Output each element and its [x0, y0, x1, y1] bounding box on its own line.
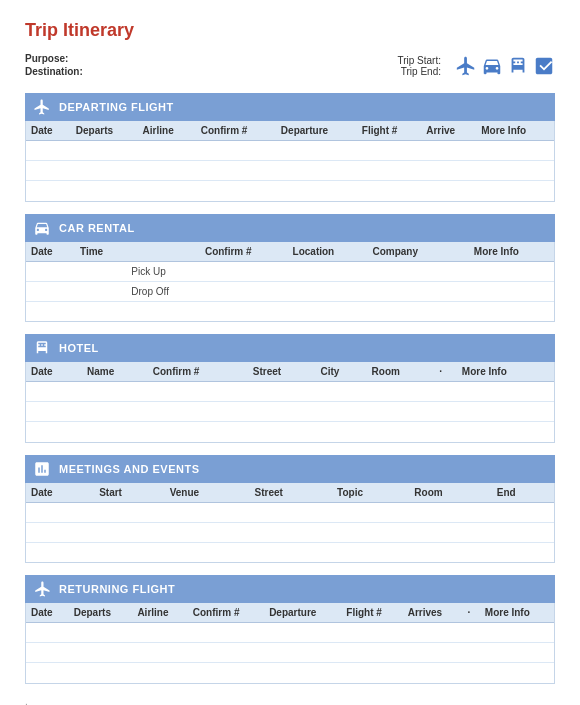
- returning-flight-title: RETURNING FLIGHT: [59, 583, 175, 595]
- meta-left: Purpose: Destination:: [25, 53, 83, 79]
- car-rental-header: CAR RENTAL: [25, 214, 555, 242]
- col-room: Room: [409, 483, 491, 503]
- table-row: [26, 663, 554, 683]
- returning-flight-table: Date Departs Airline Confirm # Departure…: [26, 603, 554, 683]
- col-airline: Airline: [138, 121, 196, 141]
- col-arrive: Arrive: [421, 121, 476, 141]
- departing-flight-header: DEPARTING FLIGHT: [25, 93, 555, 121]
- table-row: [26, 502, 554, 522]
- pick-up-label: Pick Up: [126, 261, 200, 281]
- col-confirm: Confirm #: [188, 603, 264, 623]
- car-rental-table-container: Date Time Confirm # Location Company Mor…: [25, 242, 555, 323]
- col-empty: [126, 242, 200, 262]
- meetings-icon: [33, 460, 51, 478]
- col-dot: ·: [434, 362, 457, 382]
- table-row: [26, 382, 554, 402]
- col-dot: ·: [463, 603, 480, 623]
- col-departs: Departs: [71, 121, 138, 141]
- header-icons: [455, 55, 555, 77]
- col-flight: Flight #: [341, 603, 402, 623]
- departing-flight-table: Date Departs Airline Confirm # Departure…: [26, 121, 554, 201]
- meta-right: Trip Start: Trip End:: [397, 55, 555, 77]
- hotel-table-container: Date Name Confirm # Street City Room · M…: [25, 362, 555, 443]
- col-name: Name: [82, 362, 148, 382]
- col-more-info: More Info: [469, 242, 554, 262]
- meetings-header-icon: [533, 55, 555, 77]
- col-airline: Airline: [132, 603, 187, 623]
- car-rental-icon: [33, 219, 51, 237]
- col-date: Date: [26, 483, 94, 503]
- hotel-header-icon: [507, 55, 529, 77]
- col-departure: Departure: [276, 121, 357, 141]
- col-room: Room: [367, 362, 435, 382]
- col-start: Start: [94, 483, 165, 503]
- meetings-table: Date Start Venue Street Topic Room End: [26, 483, 554, 563]
- table-row: Drop Off: [26, 281, 554, 301]
- returning-flight-header: RETURNING FLIGHT: [25, 575, 555, 603]
- car-rental-header-row: Date Time Confirm # Location Company Mor…: [26, 242, 554, 262]
- table-row: [26, 301, 554, 321]
- hotel-table: Date Name Confirm # Street City Room · M…: [26, 362, 554, 442]
- table-row: [26, 161, 554, 181]
- meetings-header: MEETINGS AND EVENTS: [25, 455, 555, 483]
- table-row: [26, 422, 554, 442]
- drop-off-label: Drop Off: [126, 281, 200, 301]
- col-flight: Flight #: [357, 121, 421, 141]
- table-row: [26, 542, 554, 562]
- trip-start-label: Trip Start:: [397, 55, 441, 66]
- col-more-info: More Info: [476, 121, 554, 141]
- hotel-section: HOTEL Date Name Confirm # Street City Ro…: [25, 334, 555, 443]
- col-company: Company: [367, 242, 453, 262]
- meetings-title: MEETINGS AND EVENTS: [59, 463, 200, 475]
- departing-flight-title: DEPARTING FLIGHT: [59, 101, 174, 113]
- departing-flight-table-container: Date Departs Airline Confirm # Departure…: [25, 121, 555, 202]
- col-topic: Topic: [332, 483, 409, 503]
- col-time: Time: [75, 242, 126, 262]
- col-location: Location: [288, 242, 368, 262]
- col-more-info: More Info: [457, 362, 554, 382]
- car-header-icon: [481, 55, 503, 77]
- departing-flight-section: DEPARTING FLIGHT Date Departs Airline Co…: [25, 93, 555, 202]
- returning-airplane-icon: [33, 580, 51, 598]
- col-end: End: [492, 483, 554, 503]
- table-row: [26, 643, 554, 663]
- hotel-header: HOTEL: [25, 334, 555, 362]
- col-street: Street: [248, 362, 316, 382]
- returning-flight-header-row: Date Departs Airline Confirm # Departure…: [26, 603, 554, 623]
- car-rental-table: Date Time Confirm # Location Company Mor…: [26, 242, 554, 322]
- page-title: Trip Itinerary: [25, 20, 555, 41]
- meetings-table-container: Date Start Venue Street Topic Room End: [25, 483, 555, 564]
- col-street: Street: [250, 483, 333, 503]
- col-date: Date: [26, 362, 82, 382]
- hotel-icon: [33, 339, 51, 357]
- col-more-info: More Info: [480, 603, 554, 623]
- airplane-header-icon: [455, 55, 477, 77]
- col-date: Date: [26, 121, 71, 141]
- destination-label: Destination:: [25, 66, 83, 77]
- col-departure: Departure: [264, 603, 341, 623]
- table-row: [26, 522, 554, 542]
- col-date: Date: [26, 603, 69, 623]
- trip-end-label: Trip End:: [397, 66, 441, 77]
- meetings-section: MEETINGS AND EVENTS Date Start Venue Str…: [25, 455, 555, 564]
- col-city: City: [316, 362, 367, 382]
- car-rental-section: CAR RENTAL Date Time Confirm # Location …: [25, 214, 555, 323]
- col-venue: Venue: [165, 483, 250, 503]
- trip-dates: Trip Start: Trip End:: [397, 55, 441, 77]
- hotel-title: HOTEL: [59, 342, 99, 354]
- table-row: [26, 181, 554, 201]
- car-rental-title: CAR RENTAL: [59, 222, 135, 234]
- col-confirm: Confirm #: [200, 242, 288, 262]
- departing-airplane-icon: [33, 98, 51, 116]
- col-confirm: Confirm #: [196, 121, 276, 141]
- departing-flight-header-row: Date Departs Airline Confirm # Departure…: [26, 121, 554, 141]
- col-date: Date: [26, 242, 75, 262]
- footer: .: [25, 696, 555, 706]
- col-confirm: Confirm #: [148, 362, 248, 382]
- returning-flight-table-container: Date Departs Airline Confirm # Departure…: [25, 603, 555, 684]
- hotel-header-row: Date Name Confirm # Street City Room · M…: [26, 362, 554, 382]
- table-row: Pick Up: [26, 261, 554, 281]
- returning-flight-section: RETURNING FLIGHT Date Departs Airline Co…: [25, 575, 555, 684]
- col-arrives: Arrives: [403, 603, 463, 623]
- table-row: [26, 141, 554, 161]
